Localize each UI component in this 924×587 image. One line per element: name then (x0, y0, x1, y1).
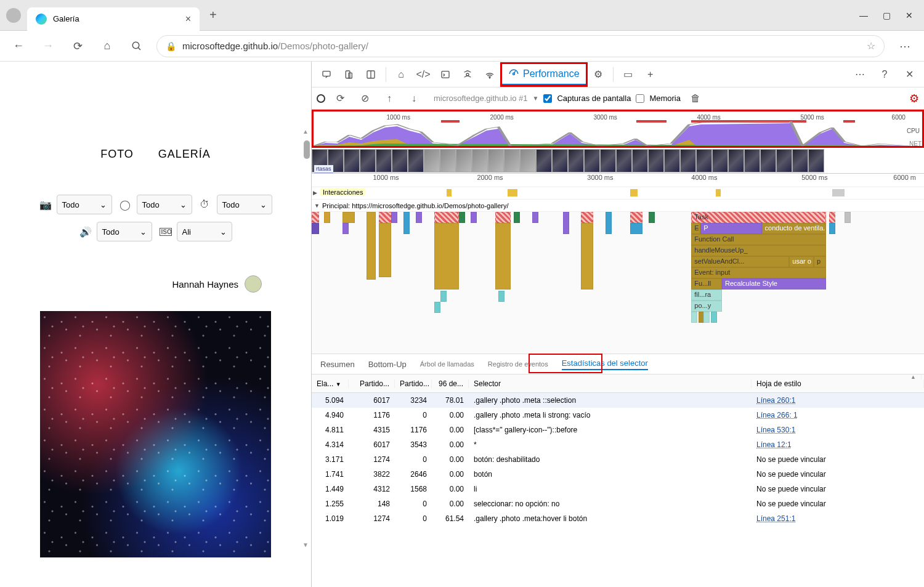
stylesheet-link[interactable]: Línea 266: 1 (756, 411, 798, 419)
console-icon[interactable] (436, 65, 455, 84)
device-icon[interactable] (339, 65, 359, 84)
filter-camera[interactable]: Todo⌄ (57, 195, 112, 214)
col-partido2[interactable]: Partido... (395, 379, 432, 388)
close-tab-icon[interactable]: × (185, 14, 191, 25)
col-de[interactable]: 96 de... (432, 379, 469, 388)
filter-aperture[interactable]: Todo⌄ (137, 195, 192, 214)
table-row[interactable]: 1.449431215680.00liNo se puede vincular (312, 482, 924, 496)
svg-rect-3 (346, 71, 350, 78)
nav-foto[interactable]: FOTO (100, 148, 134, 161)
memory-icon[interactable]: ⚙ (588, 65, 608, 84)
col-partido[interactable]: Partido... (349, 379, 395, 388)
stylesheet-link[interactable]: Línea 530:1 (756, 426, 795, 434)
tab-title: Galería (53, 14, 179, 23)
record-button[interactable] (317, 94, 325, 103)
gallery-photo[interactable] (40, 311, 271, 557)
profile-icon[interactable] (6, 8, 21, 23)
main-thread-row[interactable]: ▼ Principal: https://microsoftedge.githu… (312, 200, 924, 212)
clear-icon[interactable]: ⊘ (355, 89, 375, 108)
favorite-icon[interactable]: ☆ (867, 40, 875, 52)
scroll-down-icon[interactable]: ▼ (301, 541, 310, 550)
timeline-ruler[interactable]: 1000 ms 2000 ms 3000 ms 4000 ms 5000 ms … (312, 174, 924, 187)
home-button[interactable]: ⌂ (97, 36, 117, 56)
close-window-icon[interactable]: ✕ (906, 10, 913, 20)
screenshots-checkbox[interactable] (543, 94, 552, 103)
svg-point-0 (132, 42, 139, 49)
stylesheet-link[interactable]: Línea 251:1 (756, 514, 795, 523)
recording-label[interactable]: microsoftedge.github.io #1 (434, 94, 527, 103)
back-button[interactable]: ← (9, 36, 28, 56)
col-elapsed[interactable]: Ela... ▼ (312, 379, 349, 388)
reload-record-icon[interactable]: ⟳ (330, 89, 350, 108)
svg-line-11 (514, 71, 516, 73)
help-icon[interactable]: ? (875, 65, 894, 84)
inspect-icon[interactable] (317, 65, 336, 84)
content: ▲ ▼ FOTO GALERÍA 📷 Todo⌄ ◯ Todo⌄ ⏱ Todo⌄… (0, 62, 924, 587)
close-devtools-icon[interactable]: ✕ (899, 65, 919, 84)
maximize-icon[interactable]: ▢ (883, 10, 891, 20)
settings-gear-icon[interactable]: ⚙ (909, 92, 919, 105)
cpu-overview[interactable]: 1000 ms 2000 ms 3000 ms 4000 ms 5000 ms … (312, 110, 924, 148)
selector-stats-table: Ela... ▼ Partido... Partido... 96 de... … (312, 374, 924, 587)
nav-galeria[interactable]: GALERÍA (158, 148, 211, 161)
stylesheet-link[interactable]: Línea 12:1 (756, 440, 792, 449)
col-selector[interactable]: Selector (469, 379, 752, 388)
filmstrip[interactable] (312, 148, 924, 174)
search-button[interactable] (127, 36, 147, 56)
download-icon[interactable]: ↓ (404, 89, 424, 108)
gc-icon[interactable]: 🗑 (686, 89, 705, 108)
filter-sound[interactable]: Todo⌄ (97, 222, 152, 241)
shutter-icon: ⏱ (200, 199, 212, 210)
browser-tab[interactable]: Galería × (27, 7, 200, 31)
tab-bottomup[interactable]: Bottom-Up (368, 360, 407, 369)
application-icon[interactable]: ▭ (618, 65, 638, 84)
table-row[interactable]: 3.171127400.00botón: deshabilitadoNo se … (312, 452, 924, 467)
performance-tab[interactable]: Performance (502, 64, 586, 85)
avatar[interactable] (245, 275, 262, 293)
stylesheet-link[interactable]: Línea 260:1 (756, 396, 795, 405)
filter-iso[interactable]: Ali⌄ (177, 222, 232, 241)
svg-rect-7 (442, 71, 449, 78)
reload-button[interactable]: ⟳ (68, 36, 87, 56)
sources-icon[interactable] (458, 65, 477, 84)
sort-arrows-icon[interactable]: ▲▲ (906, 374, 922, 379)
new-tab-button[interactable]: + (205, 3, 222, 27)
table-row[interactable]: 4.940117600.00.gallery .photo .meta li s… (312, 408, 924, 423)
devtools-toolbar: ⌂ </> Performance ⚙ ▭ + ⋯ ? ✕ (312, 62, 924, 87)
chevron-down-icon[interactable]: ▼ (532, 95, 538, 102)
upload-icon[interactable]: ↑ (379, 89, 399, 108)
user-row: Hannah Haynes (31, 275, 280, 293)
elements-icon[interactable]: </> (413, 65, 433, 84)
table-row[interactable]: 4.811431511760.00[class*=" gallery-icon-… (312, 423, 924, 437)
flame-chart[interactable]: Task E P conducto de ventila... Function… (312, 212, 924, 354)
svg-point-9 (489, 77, 490, 78)
url-input[interactable]: 🔒 microsoftedge.github.io/Demos/photo-ga… (156, 35, 885, 57)
more-button[interactable]: ⋯ (894, 39, 915, 53)
table-row[interactable]: 4.314601735430.00*Línea 12:1 (312, 437, 924, 452)
dock-icon[interactable] (361, 65, 381, 84)
scroll-up-icon[interactable]: ▲ (301, 128, 310, 137)
network-icon[interactable] (480, 65, 500, 84)
memory-checkbox[interactable] (636, 94, 644, 103)
kebab-icon[interactable]: ⋯ (850, 65, 870, 84)
performance-toolbar: ⟳ ⊘ ↑ ↓ microsoftedge.github.io #1 ▼ Cap… (312, 87, 924, 110)
scroll-thumb[interactable] (304, 140, 310, 159)
tab-resumen[interactable]: Resumen (320, 360, 355, 369)
forward-button: → (38, 36, 58, 56)
minimize-icon[interactable]: — (859, 10, 868, 20)
more-tabs-icon[interactable]: + (641, 65, 660, 84)
edge-icon (36, 14, 47, 25)
table-row[interactable]: 5.0946017323478.01.gallery .photo .meta … (312, 393, 924, 408)
filter-shutter[interactable]: Todo⌄ (217, 195, 272, 214)
filters: 📷 Todo⌄ ◯ Todo⌄ ⏱ Todo⌄ 🔊 Todo⌄ ISO Ali⌄ (31, 195, 280, 241)
aperture-icon: ◯ (120, 199, 132, 211)
page-nav: FOTO GALERÍA (31, 148, 280, 161)
col-hoja[interactable]: Hoja de estilo (752, 379, 924, 388)
tab-arbol[interactable]: Árbol de llamadas (420, 360, 474, 368)
table-row[interactable]: 1.0191274061.54.gallery .photo .meta:hov… (312, 511, 924, 526)
interactions-row[interactable]: ▶ Interacciones (312, 187, 924, 200)
titlebar: Galería × + — ▢ ✕ (0, 0, 924, 31)
table-row[interactable]: 1.25514800.00seleccionar: no opción: noN… (312, 496, 924, 511)
table-row[interactable]: 1.741382226460.00botónNo se puede vincul… (312, 467, 924, 482)
welcome-icon[interactable]: ⌂ (391, 65, 411, 84)
